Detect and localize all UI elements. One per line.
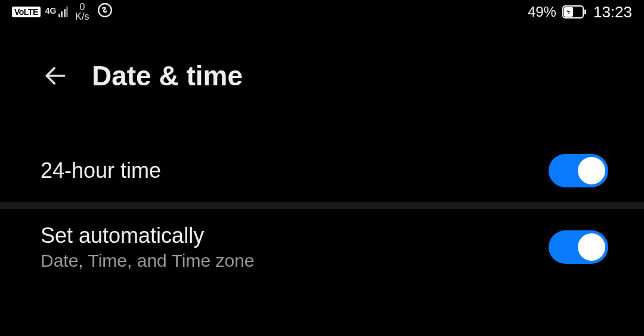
svg-rect-3	[584, 10, 586, 14]
setting-24hour-time[interactable]: 24-hour time	[0, 140, 644, 202]
whatsapp-icon	[97, 2, 113, 21]
setting-subtitle: Date, Time, and Time zone	[41, 251, 255, 271]
setting-title: Set automatically	[41, 223, 255, 248]
status-bar-right: 49% 13:23	[528, 3, 632, 21]
toggle-24hour-time[interactable]	[549, 154, 608, 187]
data-speed-indicator: 0 K/s	[75, 2, 89, 21]
section-divider	[0, 202, 644, 209]
battery-percent: 49%	[528, 4, 556, 20]
setting-title: 24-hour time	[41, 158, 161, 183]
back-button[interactable]	[41, 61, 70, 91]
battery-icon	[562, 5, 587, 19]
network-signal-icon: 4G	[45, 7, 69, 17]
page-title: Date & time	[92, 60, 243, 92]
status-bar: VoLTE 4G 0 K/s 49%	[0, 0, 644, 24]
status-bar-left: VoLTE 4G 0 K/s	[12, 2, 113, 21]
signal-bars-icon	[58, 7, 69, 17]
svg-point-0	[99, 4, 112, 17]
arrow-left-icon	[42, 63, 69, 89]
setting-set-automatically[interactable]: Set automatically Date, Time, and Time z…	[0, 209, 644, 285]
clock-time: 13:23	[593, 3, 632, 21]
settings-list: 24-hour time Set automatically Date, Tim…	[0, 116, 644, 285]
page-header: Date & time	[0, 24, 644, 116]
toggle-set-automatically[interactable]	[549, 230, 608, 264]
volte-badge: VoLTE	[12, 7, 41, 17]
